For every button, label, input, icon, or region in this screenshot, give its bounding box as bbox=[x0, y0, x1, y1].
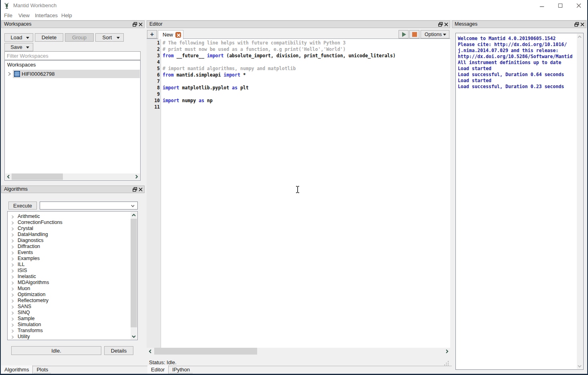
expand-chevron-icon[interactable] bbox=[11, 263, 14, 267]
scrollbar-thumb[interactable] bbox=[131, 219, 137, 327]
bottom-tab[interactable]: Plots bbox=[33, 366, 52, 374]
size-grip[interactable] bbox=[444, 361, 449, 366]
algorithm-category-row[interactable]: MDAlgorithms bbox=[8, 280, 131, 286]
algorithm-category-row[interactable]: Examples bbox=[8, 256, 131, 262]
options-button[interactable]: Options bbox=[421, 30, 449, 38]
close-panel-icon[interactable] bbox=[580, 22, 585, 27]
expand-chevron-icon[interactable] bbox=[11, 227, 14, 231]
expand-chevron-icon[interactable] bbox=[11, 251, 14, 255]
workspaces-horizontal-scrollbar[interactable] bbox=[5, 173, 140, 180]
scroll-up-icon[interactable] bbox=[131, 212, 137, 218]
bottom-tab[interactable]: Editor bbox=[147, 365, 169, 374]
algorithms-vertical-scrollbar[interactable] bbox=[131, 212, 137, 339]
expand-chevron-icon[interactable] bbox=[11, 329, 14, 333]
algorithm-category-row[interactable]: Muon bbox=[8, 286, 131, 292]
float-panel-icon[interactable] bbox=[133, 187, 137, 192]
delete-button[interactable]: Delete bbox=[35, 33, 63, 42]
load-button[interactable]: Load bbox=[4, 33, 33, 42]
expand-chevron-icon[interactable] bbox=[8, 72, 11, 76]
float-panel-icon[interactable] bbox=[133, 22, 137, 27]
group-button[interactable]: Group bbox=[65, 33, 94, 42]
menu-interfaces[interactable]: Interfaces bbox=[35, 11, 58, 20]
save-button[interactable]: Save bbox=[4, 43, 33, 51]
scrollbar-thumb[interactable] bbox=[12, 173, 63, 180]
messages-log[interactable]: Welcome to Mantid 4.0.20190605.1542 Plea… bbox=[455, 33, 584, 370]
algorithm-category-row[interactable]: Diffraction bbox=[8, 244, 131, 250]
menu-file[interactable]: File bbox=[4, 11, 12, 20]
algorithm-category-row[interactable]: ISIS bbox=[8, 268, 131, 274]
workspace-item-row[interactable]: HIFI00062798 bbox=[13, 70, 140, 78]
expand-chevron-icon[interactable] bbox=[11, 335, 14, 339]
execute-button[interactable]: Execute bbox=[8, 202, 37, 210]
algorithm-category-row[interactable]: Reflectometry bbox=[8, 298, 131, 304]
expand-chevron-icon[interactable] bbox=[11, 293, 14, 297]
expand-chevron-icon[interactable] bbox=[11, 305, 14, 309]
expand-chevron-icon[interactable] bbox=[11, 311, 14, 315]
expand-chevron-icon[interactable] bbox=[11, 215, 14, 219]
menu-help[interactable]: Help bbox=[61, 11, 72, 20]
maximize-button[interactable] bbox=[554, 0, 567, 11]
algorithm-category-row[interactable]: Arithmetic bbox=[8, 214, 131, 220]
details-button[interactable]: Details bbox=[104, 346, 133, 355]
algorithm-category-row[interactable]: DataHandling bbox=[8, 232, 131, 238]
messages-vertical-scrollbar[interactable] bbox=[577, 34, 583, 369]
algorithm-category-row[interactable]: Crystal bbox=[8, 226, 131, 232]
float-panel-icon[interactable] bbox=[574, 22, 579, 27]
expand-chevron-icon[interactable] bbox=[11, 221, 14, 225]
expand-chevron-icon[interactable] bbox=[11, 269, 14, 273]
scroll-right-icon[interactable] bbox=[133, 173, 140, 180]
algorithm-category-row[interactable]: CorrectionFunctions bbox=[8, 220, 131, 226]
expand-chevron-icon[interactable] bbox=[11, 287, 14, 291]
scroll-left-icon[interactable] bbox=[5, 173, 12, 180]
minimize-button[interactable] bbox=[535, 0, 549, 11]
scroll-right-icon[interactable] bbox=[443, 348, 450, 355]
sort-button[interactable]: Sort bbox=[95, 33, 124, 42]
new-tab-button[interactable]: + bbox=[147, 30, 157, 38]
algorithm-category-row[interactable]: Diagnostics bbox=[8, 238, 131, 244]
close-panel-icon[interactable] bbox=[138, 22, 143, 27]
algorithm-progress-button[interactable]: Idle. bbox=[11, 346, 101, 355]
algorithm-category-row[interactable]: Sample bbox=[8, 316, 131, 322]
algorithm-category-row[interactable]: Inelastic bbox=[8, 274, 131, 280]
close-panel-icon[interactable] bbox=[444, 22, 449, 27]
close-window-button[interactable] bbox=[572, 0, 586, 11]
expand-chevron-icon[interactable] bbox=[11, 323, 14, 327]
expand-chevron-icon[interactable] bbox=[11, 233, 14, 237]
algorithm-category-row[interactable]: SANS bbox=[8, 304, 131, 310]
editor-tab-new[interactable]: New bbox=[158, 30, 183, 39]
messages-panel-titlebar[interactable]: Messages bbox=[452, 20, 586, 28]
run-script-button[interactable] bbox=[399, 30, 409, 38]
scroll-down-icon[interactable] bbox=[131, 333, 137, 339]
bottom-tab[interactable]: Algorithms bbox=[1, 365, 33, 374]
scrollbar-thumb[interactable] bbox=[154, 348, 257, 355]
algorithm-category-row[interactable]: Utility bbox=[8, 334, 131, 340]
expand-chevron-icon[interactable] bbox=[11, 239, 14, 243]
expand-chevron-icon[interactable] bbox=[11, 245, 14, 249]
expand-chevron-icon[interactable] bbox=[11, 281, 14, 285]
bottom-tab[interactable]: IPython bbox=[169, 366, 193, 374]
workspaces-panel-titlebar[interactable]: Workspaces bbox=[1, 20, 145, 28]
algorithm-category-row[interactable]: SINQ bbox=[8, 310, 131, 316]
editor-panel-titlebar[interactable]: Editor bbox=[147, 20, 450, 28]
filter-workspaces-input[interactable] bbox=[4, 51, 141, 60]
scroll-down-icon[interactable] bbox=[577, 363, 582, 369]
stop-script-button[interactable] bbox=[409, 30, 419, 38]
expand-chevron-icon[interactable] bbox=[11, 275, 14, 279]
algorithms-panel-titlebar[interactable]: Algorithms bbox=[1, 185, 145, 193]
close-tab-button[interactable] bbox=[175, 32, 181, 38]
menu-view[interactable]: View bbox=[18, 11, 30, 20]
expand-chevron-icon[interactable] bbox=[11, 317, 14, 321]
editor-horizontal-scrollbar[interactable] bbox=[147, 348, 450, 355]
algorithm-category-row[interactable]: ILL bbox=[8, 262, 131, 268]
algorithm-search-combobox[interactable] bbox=[40, 202, 138, 210]
algorithm-category-row[interactable]: Simulation bbox=[8, 322, 131, 328]
algorithm-category-row[interactable]: Optimization bbox=[8, 292, 131, 298]
scroll-left-icon[interactable] bbox=[147, 348, 153, 355]
expand-chevron-icon[interactable] bbox=[11, 257, 14, 261]
close-panel-icon[interactable] bbox=[138, 187, 143, 192]
algorithm-category-row[interactable]: Events bbox=[8, 250, 131, 256]
scroll-up-icon[interactable] bbox=[577, 34, 582, 40]
algorithm-category-row[interactable]: Transforms bbox=[8, 328, 131, 334]
float-panel-icon[interactable] bbox=[438, 22, 443, 27]
expand-chevron-icon[interactable] bbox=[11, 299, 14, 303]
